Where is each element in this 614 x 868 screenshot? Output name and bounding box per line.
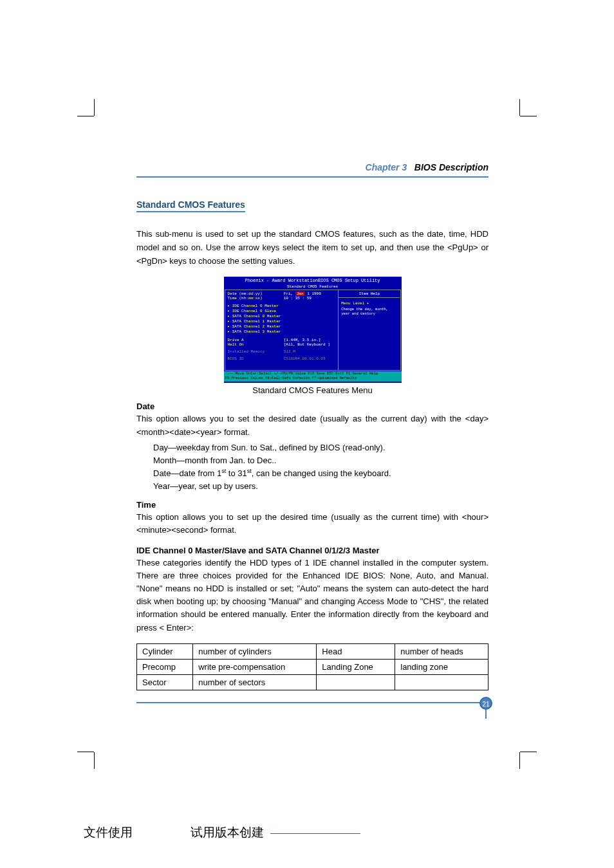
ide-heading: IDE Channel 0 Master/Slave and SATA Chan… [136,546,488,555]
table-cell: Cylinder [137,643,193,659]
table-row: Cylinder number of cylinders Head number… [137,643,488,659]
bios-time-label: Time (hh:mm:ss) [228,296,284,300]
bios-biosid-value: C51GU04.U6.01.0.03 [284,356,326,361]
bios-help-header: Item Help [341,291,397,296]
table-cell: number of sectors [193,674,317,690]
date-list-item: Day—weekday from Sun. to Sat., defined b… [153,441,488,454]
bios-item: ▸ SATA Channel 2 Master [228,324,284,329]
bios-left-panel: Date (mm:dd:yy)Fri, Jan 1 1999 Time (hh:… [225,290,339,370]
watermark-line [270,833,360,834]
page-content: Chapter 3 BIOS Description Standard CMOS… [136,162,488,703]
page-number: 21 [479,697,492,710]
crop-mark [94,99,95,116]
bios-item: ▸ SATA Channel 0 Master [228,313,284,319]
date-list: Day—weekday from Sun. to Sat., defined b… [153,441,488,494]
table-row: Sector number of sectors [137,674,488,690]
date-list-item: Date—date from 1st to 31st, can be chang… [153,467,488,480]
section-title: Standard CMOS Features [136,199,245,212]
crop-mark [520,752,537,752]
watermark-right: 试用版本创建 [191,826,264,839]
table-cell [317,674,395,690]
page-number-badge: 21 [479,697,492,719]
table-cell: Sector [137,674,193,690]
bios-time-value: 10 : 35 : 59 [284,296,312,300]
badge-stem [485,710,487,719]
crop-mark [519,752,520,769]
date-list-item: Month—month from Jan. to Dec.. [153,454,488,467]
bios-date-value: Fri, Jan 1 1999 [284,291,321,296]
table-cell [395,674,488,690]
crop-mark [94,752,95,769]
bios-footer-line2: F5:Previous Values F6:Fail-Safe Defaults… [225,376,400,381]
bios-help-text: Change the day, month, year and century [341,307,397,316]
figure-caption: Standard CMOS Features Menu [136,385,488,395]
chapter-number: Chapter 3 [366,162,407,172]
bios-mem-label: Installed Memory [228,349,284,354]
bios-item: ▸ IDE Channel 0 Master [228,303,284,308]
watermark-left: 文件使用 [84,826,133,839]
intro-paragraph: This sub-menu is used to set up the stan… [136,228,488,268]
header-rule [136,176,488,178]
date-heading: Date [136,402,488,411]
table-cell: Precomp [137,659,193,674]
ide-text: These categories identify the HDD types … [136,557,488,634]
time-text: This option allows you to set up the des… [136,511,488,537]
chapter-title: BIOS Description [414,162,488,172]
bios-mem-value: 512 M [284,349,295,354]
bios-biosid-label: BIOS ID [228,356,284,361]
chapter-header: Chapter 3 BIOS Description [136,162,488,175]
bios-screenshot: Phoenix - Award WorkstationBIOS CMOS Set… [224,277,402,383]
bios-halt-value: [All, But Keyboard ] [284,342,330,347]
bios-menu-level: Menu Level ▸ [341,300,397,306]
bios-halt-label: Halt On [228,342,284,347]
table-row: Precomp write pre-compensation Landing Z… [137,659,488,674]
table-cell: number of heads [395,643,488,659]
bios-footer: ↑↓→←:Move Enter:Select +/-/PU/PD:Value F… [224,371,402,381]
bios-item: ▸ IDE Channel 0 Slave [228,308,284,313]
table-cell: landing zone [395,659,488,674]
watermark: 文件使用 试用版本创建 [84,824,360,841]
bios-drivea-value: [1.44M, 3.5 in.] [284,338,321,342]
crop-mark [77,116,94,116]
crop-mark [77,752,94,752]
bios-date-label: Date (mm:dd:yy) [228,291,284,296]
crop-mark [519,99,520,116]
bios-item: ▸ SATA Channel 1 Master [228,319,284,324]
date-list-item: Year—year, set up by users. [153,480,488,493]
bios-subtitle: Standard CMOS Features [224,284,402,289]
bios-drivea-label: Drive A [228,338,284,342]
bios-item: ▸ SATA Channel 3 Master [228,329,284,334]
bios-right-panel: Item Help Menu Level ▸ Change the day, m… [339,290,400,370]
time-heading: Time [136,500,488,510]
bios-title: Phoenix - Award WorkstationBIOS CMOS Set… [224,277,402,284]
table-cell: Head [317,643,395,659]
table-cell: Landing Zone [317,659,395,674]
footer-rule [136,702,488,703]
table-cell: number of cylinders [193,643,317,659]
table-cell: write pre-compensation [193,659,317,674]
date-text: This option allows you to set the desire… [136,412,488,438]
hdd-table: Cylinder number of cylinders Head number… [136,643,488,690]
crop-mark [520,116,537,116]
